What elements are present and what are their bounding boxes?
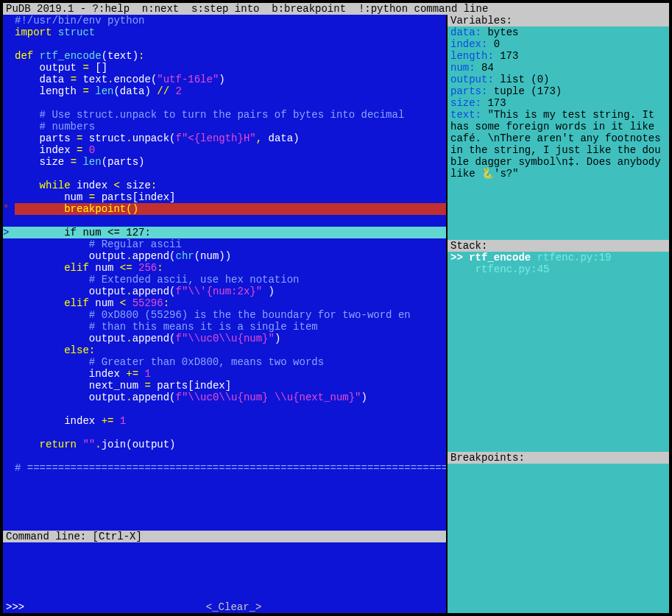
code-line[interactable]: output.append(chr(num)) bbox=[3, 250, 446, 262]
code-line[interactable]: output.append(f"\\uc0\\u{num} \\u{next_n… bbox=[3, 392, 446, 403]
code-line[interactable]: # Extended ascii, use hex notation bbox=[3, 274, 446, 286]
breakpoints-pane[interactable]: Breakpoints: bbox=[448, 452, 669, 613]
code-line[interactable]: num = parts[index] bbox=[3, 191, 446, 203]
stack-header: Stack: bbox=[448, 240, 669, 252]
code-line[interactable] bbox=[3, 215, 446, 227]
code-line[interactable]: output = [] bbox=[3, 62, 446, 74]
code-line[interactable]: index += 1 bbox=[3, 415, 446, 427]
code-line[interactable]: #!/usr/bin/env python bbox=[3, 15, 446, 26]
code-line[interactable]: > if num <= 127: bbox=[3, 227, 446, 238]
clear-button[interactable]: <_Clear_> bbox=[24, 601, 443, 613]
code-line[interactable]: # numbers bbox=[3, 121, 446, 132]
breakpoints-header: Breakpoints: bbox=[448, 452, 669, 464]
code-line[interactable]: * breakpoint() bbox=[3, 203, 446, 215]
source-code-pane[interactable]: #!/usr/bin/env python import struct def … bbox=[3, 15, 446, 531]
code-line[interactable] bbox=[3, 97, 446, 109]
header-bar: PuDB 2019.1 - ?:help n:next s:step into … bbox=[3, 3, 669, 15]
code-line[interactable]: # ======================================… bbox=[3, 462, 446, 474]
prompt: >>> bbox=[6, 601, 24, 613]
variable-row[interactable]: parts: tuple (173) bbox=[450, 85, 666, 97]
stack-frame[interactable]: rtfenc.py:45 bbox=[450, 263, 666, 275]
code-line[interactable] bbox=[3, 450, 446, 462]
variable-row[interactable]: size: 173 bbox=[450, 97, 666, 109]
code-line[interactable] bbox=[3, 168, 446, 180]
code-line[interactable]: # than this means it is a single item bbox=[3, 321, 446, 333]
code-line[interactable] bbox=[3, 38, 446, 50]
code-line[interactable]: # Use struct.unpack to turn the pairs of… bbox=[3, 109, 446, 121]
variable-row[interactable]: num: 84 bbox=[450, 62, 666, 74]
command-line-input-row[interactable]: >>> <_Clear_> bbox=[3, 601, 446, 613]
variable-row[interactable]: data: bytes bbox=[450, 26, 666, 38]
command-line-header: Command line: [Ctrl-X] bbox=[3, 531, 446, 542]
code-line[interactable]: return "".join(output) bbox=[3, 439, 446, 450]
code-line[interactable]: length = len(data) // 2 bbox=[3, 85, 446, 97]
code-line[interactable]: # 0xD800 (55296) is the the boundary for… bbox=[3, 309, 446, 321]
variables-header: Variables: bbox=[448, 15, 669, 26]
variables-pane[interactable]: Variables: data: bytesindex: 0length: 17… bbox=[448, 15, 669, 240]
code-line[interactable] bbox=[3, 403, 446, 415]
code-line[interactable]: output.append(f"\\uc0\\u{num}") bbox=[3, 333, 446, 344]
code-line[interactable]: while index < size: bbox=[3, 180, 446, 191]
code-line[interactable]: def rtf_encode(text): bbox=[3, 50, 446, 62]
code-line[interactable]: next_num = parts[index] bbox=[3, 380, 446, 392]
variable-row[interactable]: length: 173 bbox=[450, 50, 666, 62]
code-line[interactable]: index = 0 bbox=[3, 144, 446, 156]
code-line[interactable]: size = len(parts) bbox=[3, 156, 446, 168]
code-line[interactable]: import struct bbox=[3, 26, 446, 38]
code-line[interactable] bbox=[3, 427, 446, 439]
variable-row[interactable]: text: "This is my test string. It has so… bbox=[450, 109, 666, 180]
code-line[interactable]: parts = struct.unpack(f"<{length}H", dat… bbox=[3, 132, 446, 144]
stack-frame[interactable]: >> rtf_encode rtfenc.py:19 bbox=[450, 252, 666, 263]
code-line[interactable]: elif num < 55296: bbox=[3, 297, 446, 309]
code-line[interactable]: elif num <= 256: bbox=[3, 262, 446, 274]
variable-row[interactable]: index: 0 bbox=[450, 38, 666, 50]
variable-row[interactable]: output: list (0) bbox=[450, 74, 666, 85]
code-line[interactable]: # Regular ascii bbox=[3, 238, 446, 250]
command-line-output bbox=[3, 542, 446, 601]
code-line[interactable]: else: bbox=[3, 344, 446, 356]
code-line[interactable]: # Greater than 0xD800, means two words bbox=[3, 356, 446, 368]
stack-pane[interactable]: Stack: >> rtf_encode rtfenc.py:19 rtfenc… bbox=[448, 240, 669, 452]
code-line[interactable]: index += 1 bbox=[3, 368, 446, 380]
code-line[interactable]: data = text.encode("utf-16le") bbox=[3, 74, 446, 85]
code-line[interactable]: output.append(f"\\'{num:2x}" ) bbox=[3, 286, 446, 297]
